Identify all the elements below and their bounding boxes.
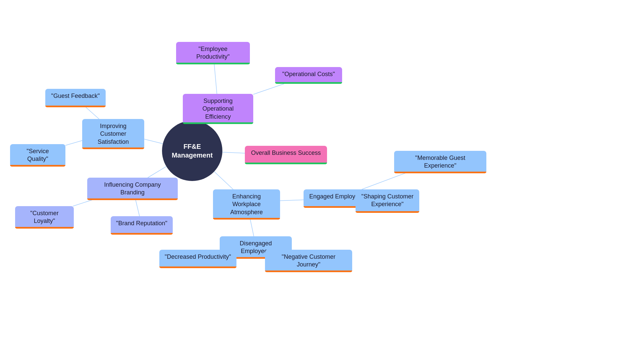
employee-prod-node: "Employee Productivity": [176, 42, 250, 64]
operational-costs-node: "Operational Costs": [275, 67, 342, 84]
improving-customer-node: Improving Customer Satisfaction: [82, 119, 144, 149]
svg-line-4: [214, 172, 233, 189]
svg-line-14: [144, 139, 163, 144]
customer-loyalty-node: "Customer Loyalty": [15, 206, 74, 229]
center-label: FF&E Management: [162, 142, 222, 160]
decreased-prod-node: "Decreased Productivity": [159, 250, 236, 268]
influencing-branding-node: Influencing Company Branding: [87, 178, 178, 200]
negative-journey-node: "Negative Customer Journey": [265, 250, 352, 272]
memorable-guest-node: "Memorable Guest Experience": [394, 151, 486, 173]
svg-line-11: [148, 167, 166, 178]
supporting-op-node: Supporting Operational Efficiency: [183, 94, 253, 124]
shaping-customer-node: "Shaping Customer Experience": [356, 189, 419, 213]
svg-line-5: [280, 200, 304, 201]
brand-reputation-node: "Brand Reputation": [111, 216, 173, 235]
guest-feedback-node: "Guest Feedback": [45, 89, 106, 107]
svg-line-2: [253, 84, 284, 95]
overall-business-node: Overall Business Success: [245, 146, 327, 164]
svg-line-3: [222, 152, 245, 153]
svg-line-16: [86, 107, 99, 119]
enhancing-workplace-node: Enhancing Workplace Atmosphere: [213, 189, 280, 220]
center-node: FF&E Management: [162, 121, 222, 181]
service-quality-node: "Service Quality": [10, 144, 65, 167]
svg-line-15: [65, 140, 82, 145]
